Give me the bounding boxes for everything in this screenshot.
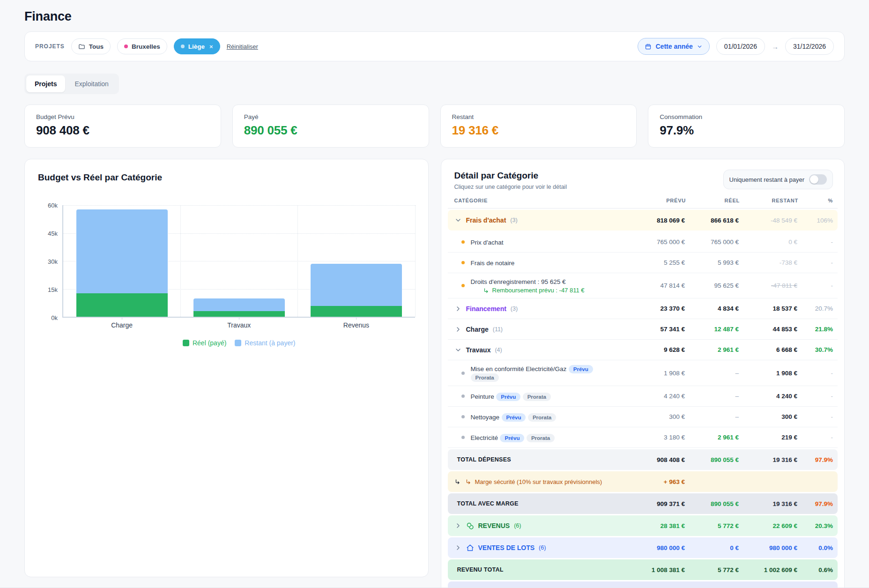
chart-plot-area (62, 205, 415, 318)
chart-x-axis-labels: ChargeTravauxRevenus (63, 321, 415, 329)
category-row-financement[interactable]: Financement(3)23 370 €4 834 €18 537 €20.… (448, 298, 838, 319)
restant-segment (193, 298, 285, 311)
close-icon[interactable]: × (209, 43, 213, 50)
kpi-value: 19 316 € (452, 123, 625, 138)
restant-segment (76, 209, 168, 293)
prevu-value: 9 628 € (616, 346, 686, 353)
restant-value: 219 € (740, 434, 798, 441)
chevron-right-icon[interactable] (454, 522, 462, 529)
column-header: RÉEL (686, 198, 740, 203)
start-date-input[interactable]: 01/01/2026 (716, 38, 765, 55)
x-tick (356, 317, 357, 320)
filter-chip-liege[interactable]: Liège × (174, 38, 220, 54)
filter-chip-bruxelles[interactable]: Bruxelles (117, 38, 167, 54)
category-row-marge-projet[interactable]: MARGE PROJET(med)99 010 €––10.9% (448, 581, 838, 588)
only-remaining-toggle[interactable]: Uniquement restant à payer (723, 170, 833, 189)
kpi-row: Budget Prévu 908 408 € Payé 890 055 € Re… (24, 104, 845, 148)
folder-icon (78, 43, 85, 50)
chevron-right-icon[interactable] (454, 544, 462, 551)
filter-bar: PROJETS Tous Bruxelles Liège × Réinitial… (24, 31, 845, 61)
total-row-total-avec-marge: TOTAL AVEC MARGE909 371 €890 055 €19 316… (448, 493, 838, 514)
x-axis-label: Revenus (297, 321, 415, 329)
tab-projets[interactable]: Projets (26, 75, 65, 92)
prevu-value: 5 255 € (616, 259, 686, 266)
percent-value: - (798, 238, 836, 246)
legend-label: Réel (payé) (193, 339, 226, 347)
restant-value: 1 002 609 € (740, 566, 798, 573)
bullet-dot-icon (461, 394, 465, 398)
projects-filter-label: PROJETS (35, 43, 65, 50)
badge-prévu: Prévu (502, 413, 526, 422)
row-name-cell: Prix d'achat (450, 234, 616, 251)
budget-chart-card: Budget vs Réel par Catégorie 60k45k30k15… (24, 159, 429, 577)
reel-value: 890 055 € (686, 456, 740, 463)
kpi-budget-prevu: Budget Prévu 908 408 € (24, 104, 221, 148)
category-row-travaux[interactable]: Travaux(4)9 628 €2 961 €6 668 €30.7% (448, 340, 838, 360)
kpi-consommation: Consommation 97.9% (648, 104, 845, 148)
restant-value: 4 240 € (740, 393, 798, 400)
prevu-value: 1 008 381 € (616, 566, 686, 573)
legend-item[interactable]: Restant (à payer) (235, 339, 295, 347)
x-tick (239, 317, 239, 320)
category-row-revenus[interactable]: REVENUS(6)28 381 €5 772 €22 609 €20.3% (448, 515, 838, 536)
reel-value: – (686, 370, 740, 377)
kpi-value: 97.9% (660, 123, 833, 138)
badge-prévu: Prévu (569, 365, 593, 373)
legend-label: Restant (à payer) (245, 339, 295, 347)
kpi-value: 908 408 € (36, 123, 209, 138)
badge-prorata: Prorata (523, 393, 551, 401)
chevron-down-icon[interactable] (454, 216, 462, 224)
sub-row-mise-en-conformit-electricit-gaz: Mise en conformité Electricité/Gaz Prévu… (448, 360, 838, 386)
reel-value: 5 993 € (686, 259, 740, 266)
y-tick-label: 60k (48, 202, 58, 209)
row-name-cell: Frais d'achat(3) (450, 212, 616, 228)
kpi-label: Restant (452, 113, 625, 120)
row-label: Prix d'achat (471, 239, 504, 246)
chevron-down-icon[interactable] (454, 346, 462, 354)
row-name-cell: VENTES DE LOTS(6) (450, 540, 616, 556)
kpi-label: Budget Prévu (36, 113, 209, 120)
kpi-restant: Restant 19 316 € (440, 104, 637, 148)
category-row-charge[interactable]: Charge(11)57 341 €12 487 €44 853 €21.8% (448, 319, 838, 340)
row-label: REVENUS (478, 522, 510, 529)
y-tick-label: 15k (48, 286, 58, 293)
prevu-value: 28 381 € (616, 522, 686, 529)
row-name-cell: Nettoyage Prévu Prorata (450, 409, 616, 425)
period-select-button[interactable]: Cette année (638, 38, 709, 55)
chevron-right-icon[interactable] (454, 326, 462, 333)
tab-exploitation[interactable]: Exploitation (66, 75, 117, 92)
restant-value: 44 853 € (740, 326, 798, 333)
sub-row-prix-d-achat: Prix d'achat765 000 €765 000 €0 €- (448, 232, 838, 253)
row-label: TOTAL AVEC MARGE (454, 500, 519, 507)
stacked-bar (311, 264, 402, 317)
chevron-right-icon[interactable] (454, 305, 462, 313)
prevu-value: 980 000 € (616, 544, 686, 551)
row-name-cell: Travaux(4) (450, 342, 616, 358)
row-name-cell: Charge(11) (450, 321, 616, 337)
total-row-revenu-total: REVENU TOTAL1 008 381 €5 772 €1 002 609 … (448, 559, 838, 580)
x-tick (122, 317, 122, 320)
restant-value: -47 811 € (740, 282, 798, 289)
prevu-value: 47 814 € (616, 282, 686, 289)
chip-label: Liège (188, 43, 205, 50)
reel-segment (311, 306, 402, 317)
percent-value: 0.6% (798, 566, 836, 573)
legend-item[interactable]: Réel (payé) (183, 339, 226, 347)
sub-row-nettoyage: Nettoyage Prévu Prorata300 €–300 €- (448, 407, 838, 427)
row-label: Charge (466, 326, 489, 333)
legend-swatch-icon (183, 340, 189, 346)
y-tick-label: 45k (48, 230, 58, 237)
chevron-down-icon (697, 44, 703, 50)
category-row-frais-d-achat[interactable]: Frais d'achat(3)818 069 €866 618 €-48 54… (448, 210, 838, 231)
end-date-input[interactable]: 31/12/2026 (785, 38, 834, 55)
category-table: CATÉGORIEPRÉVURÉELRESTANT% Frais d'achat… (448, 198, 838, 588)
reel-value: 765 000 € (686, 238, 740, 246)
filter-chip-tous[interactable]: Tous (71, 38, 111, 54)
row-name-cell: Electricité Prévu Prorata (450, 429, 616, 446)
toggle-switch[interactable] (809, 174, 827, 185)
badge-prorata: Prorata (528, 413, 556, 422)
row-count: (6) (514, 522, 521, 529)
reset-filters-link[interactable]: Réinitialiser (227, 43, 258, 50)
category-row-ventes-de-lots[interactable]: VENTES DE LOTS(6)980 000 €0 €980 000 €0.… (448, 537, 838, 558)
row-count: (11) (493, 326, 503, 333)
